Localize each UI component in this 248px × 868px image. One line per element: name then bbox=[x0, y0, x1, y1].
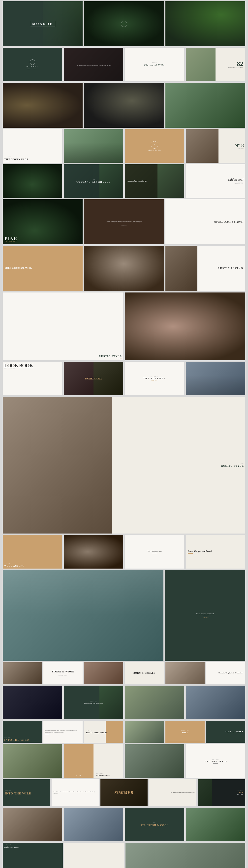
slide-31: RUSTIC RUSTIC STYLE bbox=[3, 397, 245, 533]
slide-33 bbox=[64, 535, 123, 568]
slide-6-text: Pinewood Villa bbox=[144, 64, 165, 66]
slide-22-text: Stone, Copper and Wood. bbox=[5, 267, 32, 269]
slide-4-text: MONROE bbox=[27, 65, 38, 67]
slide-2: ✦ bbox=[84, 1, 164, 46]
slide-55: WILD INTO THE INTO THE WILD bbox=[64, 744, 123, 778]
slide-row-5: — THE — TOSCANE FARMHOUSE Hudson Riversi… bbox=[1, 164, 247, 198]
slide-54 bbox=[3, 744, 62, 778]
slide-36 bbox=[3, 570, 164, 661]
slide-14-text: N° 8 bbox=[235, 143, 244, 148]
slide-60-text: SUMMER bbox=[114, 791, 134, 795]
slide-34-text: The Gallery Artist bbox=[147, 551, 162, 553]
slide-31-text: RUSTIC STYLE bbox=[221, 464, 244, 467]
slide-11: — SUBTITLE — THE WORKSHOP bbox=[3, 129, 62, 163]
slide-1-title: MONROE bbox=[32, 22, 53, 26]
slide-57: INTO THE INTO THE STYLE bbox=[186, 744, 245, 778]
slide-37: Stone, Copper and Wood. COLLECTION bbox=[165, 570, 245, 661]
slide-8 bbox=[3, 83, 82, 128]
slide-row-2: ★ MONROE PRESENTATION — QUOTES — This is… bbox=[1, 48, 247, 81]
slide-5: — QUOTES — This is some great and big qu… bbox=[64, 48, 123, 81]
slide-53-text: RUSTIC VIBES bbox=[225, 730, 243, 733]
slide-35-text: Stone, Copper and Wood. bbox=[188, 550, 212, 553]
slide-43: The Art of Simplicity & Minimalism bbox=[206, 662, 245, 684]
slide-45-text: How to Build Your Brand Style bbox=[84, 702, 103, 704]
slide-row-4: — SUBTITLE — THE WORKSHOP L LILO'S & CO. bbox=[1, 129, 247, 163]
slide-48: INTO THE INTO THE WILD bbox=[3, 721, 42, 743]
slide-30 bbox=[186, 362, 245, 395]
slide-row-11: — STYLE — WOOD ACCENT The Gallery Artist bbox=[1, 535, 247, 568]
slide-38 bbox=[3, 662, 42, 684]
slide-7-label: Beautiful Slides bbox=[228, 67, 243, 68]
slide-19: PINE COLLECTION bbox=[3, 199, 82, 244]
slide-4: ★ MONROE PRESENTATION bbox=[3, 48, 62, 81]
slide-21-text: THANKS GOD IT'S FRIDAY! bbox=[214, 220, 243, 223]
slide-35: Stone, Copper and Wood. bbox=[186, 535, 245, 568]
slide-29-text: THE JOURNEY bbox=[143, 377, 166, 380]
slide-53: RUSTIC VIBES bbox=[206, 721, 245, 743]
slide-42 bbox=[166, 662, 205, 684]
slide-17-text: Hudson Riverside Market bbox=[127, 180, 147, 182]
slide-19-pine: PINE bbox=[5, 237, 17, 241]
slide-65: STA STA FRESH & COOL bbox=[125, 808, 184, 841]
slide-49: Lorem ipsum dolor sit amet, consectetur … bbox=[43, 721, 82, 743]
slide-62: CREATE A NEW ENTRY bbox=[198, 779, 245, 806]
slide-32: — STYLE — WOOD ACCENT bbox=[3, 535, 62, 568]
slide-58-text: INTO THE WILD bbox=[5, 792, 32, 795]
slide-15 bbox=[3, 164, 62, 198]
slide-1: MONROE bbox=[3, 1, 82, 46]
slide-55-text: INTO THE WILD bbox=[96, 774, 110, 776]
slide-47 bbox=[186, 686, 245, 719]
slide-61-text: The Art of Simplicity & Minimalism bbox=[170, 792, 194, 794]
slide-row-17: INTO THE INTO THE WILD Not all those who… bbox=[1, 779, 247, 806]
slide-7: 82 Beautiful Slides bbox=[186, 48, 245, 81]
slide-50-text: INTO THE WILD bbox=[86, 731, 107, 734]
slide-39: STONE & WOOD COLLECTION bbox=[43, 662, 82, 684]
slide-20: " This is some great and big quote from … bbox=[84, 199, 164, 244]
slide-58: INTO THE INTO THE WILD bbox=[3, 779, 50, 806]
slide-row-7: Stone, Copper and Wood. RUSTIC LIVING bbox=[1, 246, 247, 291]
slide-46 bbox=[125, 686, 184, 719]
slide-row-3 bbox=[1, 83, 247, 128]
slide-64 bbox=[64, 808, 123, 841]
slide-37-text: Stone, Copper and Wood. bbox=[196, 613, 214, 615]
slide-row-9: LOOK BOOK COLLECTION WORK HARD! — THE — … bbox=[1, 362, 247, 395]
slide-14: N° 8 EDITION bbox=[186, 129, 245, 163]
slide-34: The Gallery Artist bbox=[125, 535, 184, 568]
slide-50: INTO THE INTO THE WILD bbox=[84, 721, 123, 743]
slide-row-12: Stone, Copper and Wood. COLLECTION bbox=[1, 570, 247, 661]
slide-18-text: wildest soul bbox=[228, 178, 243, 181]
page-container: MONROE ✦ bbox=[0, 0, 248, 868]
slide-59: Not all those who wander are lost. The w… bbox=[51, 779, 99, 806]
slide-66 bbox=[186, 808, 245, 841]
slide-10 bbox=[166, 83, 245, 128]
slide-67: — NATURE — Leaf, branch & root. bbox=[3, 843, 63, 868]
slide-41: BORN & CREATE bbox=[125, 662, 164, 684]
slide-13: L LILO'S & CO. bbox=[125, 129, 184, 163]
slide-56 bbox=[125, 744, 184, 778]
slide-row-1: MONROE ✦ bbox=[1, 1, 247, 46]
slide-16: — THE — TOSCANE FARMHOUSE bbox=[64, 164, 123, 198]
slide-3 bbox=[166, 1, 245, 46]
slide-68: ★ NEW DESIGN bbox=[64, 843, 124, 868]
slide-row-13: STONE & WOOD COLLECTION BORN & CREATE Th… bbox=[1, 662, 247, 684]
slide-32-text: WOOD ACCENT bbox=[4, 565, 24, 567]
slide-9 bbox=[84, 83, 164, 128]
slide-41-text: BORN & CREATE bbox=[134, 672, 155, 675]
slide-23 bbox=[84, 246, 164, 291]
slide-44 bbox=[3, 686, 62, 719]
slide-5-text: This is some great and big quote from so… bbox=[76, 64, 111, 66]
slide-21: THANKS GOD IT'S FRIDAY! bbox=[166, 199, 245, 244]
slide-27-text: LOOK BOOK bbox=[4, 363, 33, 368]
slide-28: WORK HARD! bbox=[64, 362, 123, 395]
slide-row-6: PINE COLLECTION " This is some great and… bbox=[1, 199, 247, 244]
slide-67-text: Leaf, branch & root. bbox=[4, 846, 19, 848]
slide-16-text: TOSCANE FARMHOUSE bbox=[76, 181, 110, 183]
slide-26 bbox=[125, 292, 245, 360]
slide-row-14: GUIDE TO How to Build Your Brand Style bbox=[1, 686, 247, 719]
slide-17: Hudson Riverside Market bbox=[125, 164, 184, 198]
slide-20-quote: This is some great and big quote from so… bbox=[106, 221, 142, 223]
slide-40 bbox=[84, 662, 123, 684]
slide-45: GUIDE TO How to Build Your Brand Style bbox=[64, 686, 123, 719]
slide-39-text: STONE & WOOD bbox=[51, 670, 74, 673]
slide-65-text: STA FRESH & COOL bbox=[141, 824, 169, 827]
